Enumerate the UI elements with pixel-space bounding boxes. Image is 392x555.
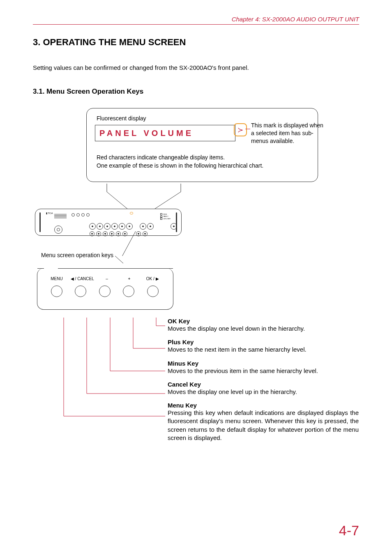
red-note-line-2: One example of these is shown in the fol… (97, 162, 309, 170)
submenu-note: This mark is displayed when a selected i… (251, 122, 325, 145)
key-label-minus: – (97, 276, 117, 281)
cancel-key-title: Cancel Key (168, 381, 359, 388)
vfd-highlight (130, 212, 133, 214)
key-label-plus: + (118, 276, 140, 281)
menu-key-title: Menu Key (168, 402, 359, 409)
header-rule (33, 24, 359, 25)
minus-key-button (99, 286, 111, 297)
intro-paragraph: Setting values can be confirmed or chang… (33, 64, 359, 71)
ok-key-body: Moves the display one level down in the … (168, 325, 359, 333)
menu-keys-label: Menu screen operation keys (41, 252, 113, 258)
red-note-line-1: Red characters indicate changeable displ… (97, 154, 309, 162)
key-label-ok: OK / ▶ (141, 276, 164, 281)
cancel-key-button (75, 286, 86, 297)
key-descriptions: OK Key Moves the display one level down … (33, 318, 359, 442)
submenu-mark-icon: ≻ (234, 123, 247, 136)
chapter-header: Chapter 4: SX-2000AO AUDIO OUTPUT UNIT (33, 16, 359, 23)
menu-keys-panel: Menu screen operation keys MENU ◀ / CANC… (33, 252, 359, 318)
vfd-text: PANEL VOLUME (99, 129, 194, 138)
menu-key-body: Pressing this key when default indicatio… (168, 409, 359, 442)
subsection-title: 3.1. Menu Screen Operation Keys (33, 88, 359, 96)
section-title: 3. OPERATING THE MENU SCREEN (33, 37, 359, 48)
vfd-display: PANEL VOLUME (95, 125, 235, 141)
minus-key-title: Minus Key (168, 360, 359, 367)
page-number: 4-7 (339, 523, 359, 539)
fluorescent-display-label: Fluorescent display (97, 115, 309, 122)
key-label-menu: MENU (46, 276, 68, 281)
plus-key-body: Moves to the next item in the same hiera… (168, 345, 359, 354)
minus-key-body: Moves to the previous item in the same h… (168, 367, 359, 375)
menu-key-button (51, 286, 62, 297)
device-front-panel: ▮ TOA RUNFAULTCPU OFF (35, 190, 359, 235)
ok-key-title: OK Key (168, 318, 359, 325)
fluorescent-callout: Fluorescent display PANEL VOLUME ≻ This … (86, 108, 359, 190)
plus-key-button (123, 286, 134, 297)
cancel-key-body: Moves the display one level up in the hi… (168, 388, 359, 396)
key-label-cancel: ◀ / CANCEL (69, 276, 96, 281)
plus-key-title: Plus Key (168, 339, 359, 345)
ok-key-button (147, 286, 159, 297)
svg-line-6 (115, 256, 123, 263)
